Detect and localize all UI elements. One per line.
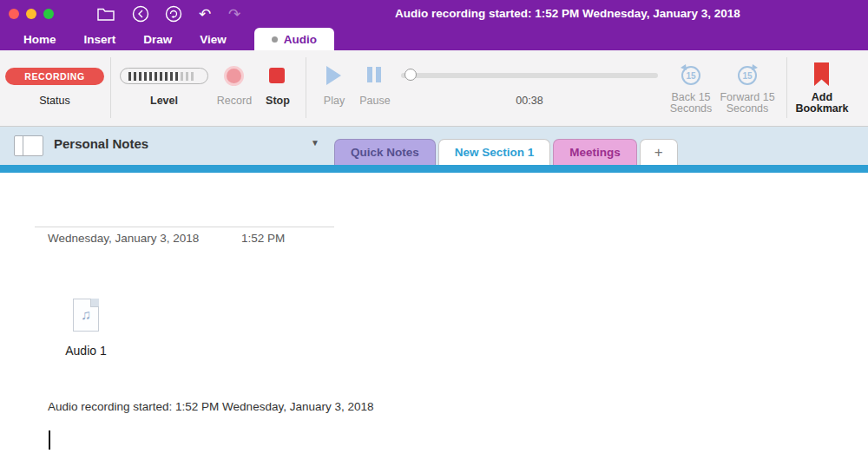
back-15-seconds-icon[interactable]: 15 bbox=[678, 62, 704, 91]
back-skip-value: 15 bbox=[686, 71, 696, 81]
playback-progress-knob[interactable] bbox=[404, 69, 417, 81]
tab-audio[interactable]: Audio bbox=[254, 28, 334, 50]
record-button[interactable] bbox=[224, 66, 244, 86]
audio-level-meter bbox=[120, 68, 208, 84]
minimize-window-button[interactable] bbox=[26, 9, 36, 19]
back-circle-icon[interactable] bbox=[130, 5, 151, 23]
tab-home[interactable]: Home bbox=[23, 33, 56, 46]
tab-draw[interactable]: Draw bbox=[143, 33, 172, 46]
forward-15-seconds-label: Forward 15 Seconds bbox=[719, 92, 776, 115]
ribbon-divider bbox=[306, 57, 306, 118]
section-tab-new-section-1[interactable]: New Section 1 bbox=[438, 139, 551, 165]
tab-view[interactable]: View bbox=[200, 33, 227, 46]
undo-icon[interactable]: ↶ bbox=[194, 5, 215, 23]
window-controls bbox=[9, 9, 54, 19]
ribbon-divider bbox=[786, 57, 787, 118]
add-bookmark-label[interactable]: Add Bookmark bbox=[788, 92, 856, 115]
notebook-dropdown-caret[interactable]: ▼ bbox=[311, 138, 319, 148]
redo-icon[interactable]: ↷ bbox=[224, 5, 245, 23]
notebook-name[interactable]: Personal Notes bbox=[54, 136, 148, 151]
close-window-button[interactable] bbox=[9, 9, 19, 19]
section-tab-bar: Quick Notes New Section 1 Meetings + bbox=[334, 139, 678, 165]
text-cursor bbox=[49, 430, 50, 450]
section-tab-quick-notes[interactable]: Quick Notes bbox=[334, 139, 436, 165]
recording-status-badge: RECORDING bbox=[5, 68, 104, 85]
tab-audio-label: Audio bbox=[284, 33, 317, 46]
level-label: Level bbox=[120, 95, 208, 107]
add-bookmark-icon[interactable] bbox=[814, 62, 829, 86]
page-body-text[interactable]: Audio recording started: 1:52 PM Wednesd… bbox=[48, 400, 373, 413]
section-tab-meetings[interactable]: Meetings bbox=[553, 139, 637, 165]
stop-button[interactable] bbox=[269, 68, 285, 83]
page-time: 1:52 PM bbox=[241, 232, 285, 245]
back-15-seconds-label: Back 15 Seconds bbox=[665, 92, 717, 115]
add-section-button[interactable]: + bbox=[640, 139, 678, 165]
playback-progress-track[interactable] bbox=[401, 73, 658, 78]
ribbon-divider bbox=[110, 57, 111, 118]
pause-label: Pause bbox=[354, 95, 396, 107]
status-label: Status bbox=[0, 95, 109, 107]
play-button[interactable] bbox=[326, 66, 341, 85]
audio-ribbon: RECORDING Status Level Record Stop Play … bbox=[0, 50, 868, 127]
music-note-icon: ♫ bbox=[81, 307, 91, 323]
recording-indicator-dot bbox=[272, 36, 278, 43]
onenote-window: ↶ ↷ Audio recording started: 1:52 PM Wed… bbox=[0, 0, 868, 473]
page-date: Wednesday, January 3, 2018 bbox=[48, 232, 199, 245]
record-label: Record bbox=[214, 95, 255, 107]
forward-skip-value: 15 bbox=[742, 71, 753, 81]
audio-file-icon[interactable]: ♫ bbox=[73, 299, 99, 332]
ribbon-tab-bar: Home Insert Draw View Audio bbox=[23, 28, 334, 50]
forward-15-seconds-icon[interactable]: 15 bbox=[734, 62, 760, 91]
window-title: Audio recording started: 1:52 PM Wednesd… bbox=[395, 7, 740, 20]
tab-insert[interactable]: Insert bbox=[84, 33, 116, 46]
folder-icon[interactable] bbox=[95, 5, 116, 23]
notebook-icon[interactable] bbox=[14, 135, 43, 156]
stop-label: Stop bbox=[257, 95, 299, 107]
audio-object-label[interactable]: Audio 1 bbox=[50, 344, 122, 358]
section-color-strip bbox=[0, 165, 868, 173]
elapsed-time: 00:38 bbox=[401, 95, 658, 107]
play-label: Play bbox=[314, 95, 354, 107]
sync-circle-icon[interactable] bbox=[163, 5, 184, 23]
page-title-underline bbox=[35, 227, 334, 227]
zoom-window-button[interactable] bbox=[43, 9, 54, 19]
pause-button[interactable] bbox=[367, 67, 381, 82]
